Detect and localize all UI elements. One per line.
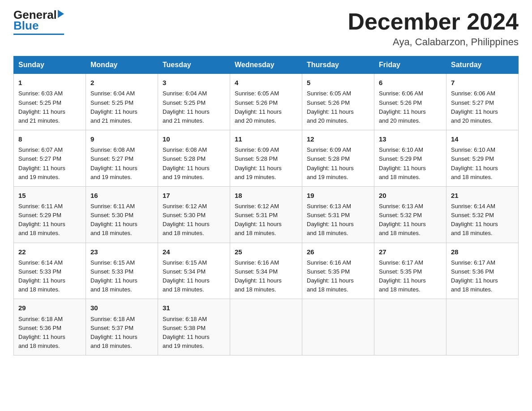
- day-info: Sunrise: 6:17 AMSunset: 5:36 PMDaylight:…: [451, 258, 514, 295]
- column-header-wednesday: Wednesday: [230, 56, 302, 74]
- day-info: Sunrise: 6:15 AMSunset: 5:33 PMDaylight:…: [90, 258, 153, 295]
- calendar-cell: [374, 299, 446, 355]
- calendar-cell: 28Sunrise: 6:17 AMSunset: 5:36 PMDayligh…: [446, 243, 519, 299]
- calendar-cell: 7Sunrise: 6:06 AMSunset: 5:27 PMDaylight…: [446, 74, 519, 130]
- day-info: Sunrise: 6:18 AMSunset: 5:37 PMDaylight:…: [90, 315, 153, 351]
- day-number: 22: [18, 247, 81, 257]
- day-info: Sunrise: 6:10 AMSunset: 5:29 PMDaylight:…: [379, 146, 442, 182]
- calendar-cell: 30Sunrise: 6:18 AMSunset: 5:37 PMDayligh…: [86, 299, 158, 355]
- calendar-cell: 31Sunrise: 6:18 AMSunset: 5:38 PMDayligh…: [158, 299, 230, 355]
- calendar-week-row: 22Sunrise: 6:14 AMSunset: 5:33 PMDayligh…: [14, 243, 519, 299]
- calendar-cell: 4Sunrise: 6:05 AMSunset: 5:26 PMDaylight…: [230, 74, 302, 130]
- day-info: Sunrise: 6:17 AMSunset: 5:35 PMDaylight:…: [379, 258, 442, 295]
- logo-blue: Blue: [13, 19, 39, 33]
- day-info: Sunrise: 6:07 AMSunset: 5:27 PMDaylight:…: [18, 146, 81, 182]
- column-header-tuesday: Tuesday: [158, 56, 230, 74]
- day-number: 15: [18, 190, 81, 201]
- day-number: 1: [18, 77, 81, 88]
- day-number: 23: [90, 247, 153, 257]
- day-number: 25: [235, 247, 297, 257]
- day-info: Sunrise: 6:13 AMSunset: 5:31 PMDaylight:…: [307, 202, 369, 238]
- calendar-cell: 23Sunrise: 6:15 AMSunset: 5:33 PMDayligh…: [86, 243, 158, 299]
- day-info: Sunrise: 6:06 AMSunset: 5:26 PMDaylight:…: [379, 89, 442, 125]
- day-info: Sunrise: 6:16 AMSunset: 5:35 PMDaylight:…: [307, 258, 369, 295]
- day-number: 31: [163, 303, 225, 313]
- day-info: Sunrise: 6:08 AMSunset: 5:28 PMDaylight:…: [163, 146, 225, 182]
- day-info: Sunrise: 6:18 AMSunset: 5:36 PMDaylight:…: [18, 315, 81, 351]
- day-number: 4: [235, 77, 297, 88]
- column-header-friday: Friday: [374, 56, 446, 74]
- title-area: December 2024 Aya, Calabarzon, Philippin…: [348, 9, 519, 48]
- calendar-cell: 25Sunrise: 6:16 AMSunset: 5:34 PMDayligh…: [230, 243, 302, 299]
- logo-triangle-icon: [58, 10, 64, 18]
- logo-underline: [13, 34, 64, 35]
- day-number: 21: [451, 190, 514, 201]
- calendar-cell: 9Sunrise: 6:08 AMSunset: 5:27 PMDaylight…: [86, 130, 158, 187]
- calendar-body: 1Sunrise: 6:03 AMSunset: 5:25 PMDaylight…: [14, 74, 519, 355]
- calendar-cell: 21Sunrise: 6:14 AMSunset: 5:32 PMDayligh…: [446, 186, 519, 243]
- day-number: 20: [379, 190, 442, 201]
- calendar-cell: 22Sunrise: 6:14 AMSunset: 5:33 PMDayligh…: [14, 243, 86, 299]
- day-number: 13: [379, 134, 442, 144]
- day-number: 3: [163, 77, 225, 88]
- calendar-cell: 29Sunrise: 6:18 AMSunset: 5:36 PMDayligh…: [14, 299, 86, 355]
- calendar-cell: 18Sunrise: 6:12 AMSunset: 5:31 PMDayligh…: [230, 186, 302, 243]
- calendar-week-row: 15Sunrise: 6:11 AMSunset: 5:29 PMDayligh…: [14, 186, 519, 243]
- calendar-cell: [446, 299, 519, 355]
- day-number: 6: [379, 77, 442, 88]
- day-info: Sunrise: 6:15 AMSunset: 5:34 PMDaylight:…: [163, 258, 225, 295]
- day-number: 2: [90, 77, 153, 88]
- calendar-cell: 5Sunrise: 6:05 AMSunset: 5:26 PMDaylight…: [302, 74, 374, 130]
- day-number: 30: [90, 303, 153, 313]
- day-info: Sunrise: 6:05 AMSunset: 5:26 PMDaylight:…: [307, 89, 369, 125]
- day-info: Sunrise: 6:09 AMSunset: 5:28 PMDaylight:…: [235, 146, 297, 182]
- day-info: Sunrise: 6:14 AMSunset: 5:32 PMDaylight:…: [451, 202, 514, 238]
- calendar-week-row: 1Sunrise: 6:03 AMSunset: 5:25 PMDaylight…: [14, 74, 519, 130]
- day-info: Sunrise: 6:14 AMSunset: 5:33 PMDaylight:…: [18, 258, 81, 295]
- calendar-cell: 27Sunrise: 6:17 AMSunset: 5:35 PMDayligh…: [374, 243, 446, 299]
- calendar-cell: 12Sunrise: 6:09 AMSunset: 5:28 PMDayligh…: [302, 130, 374, 187]
- day-number: 17: [163, 190, 225, 201]
- day-number: 9: [90, 134, 153, 144]
- calendar-cell: 3Sunrise: 6:04 AMSunset: 5:25 PMDaylight…: [158, 74, 230, 130]
- column-header-saturday: Saturday: [446, 56, 519, 74]
- day-number: 7: [451, 77, 514, 88]
- day-number: 16: [90, 190, 153, 201]
- calendar-cell: 15Sunrise: 6:11 AMSunset: 5:29 PMDayligh…: [14, 186, 86, 243]
- calendar-cell: 24Sunrise: 6:15 AMSunset: 5:34 PMDayligh…: [158, 243, 230, 299]
- day-info: Sunrise: 6:12 AMSunset: 5:31 PMDaylight:…: [235, 202, 297, 238]
- day-info: Sunrise: 6:04 AMSunset: 5:25 PMDaylight:…: [163, 89, 225, 125]
- column-header-monday: Monday: [86, 56, 158, 74]
- day-number: 19: [307, 190, 369, 201]
- day-info: Sunrise: 6:16 AMSunset: 5:34 PMDaylight:…: [235, 258, 297, 295]
- month-title: December 2024: [348, 9, 519, 34]
- calendar-cell: 20Sunrise: 6:13 AMSunset: 5:32 PMDayligh…: [374, 186, 446, 243]
- calendar-header-row: SundayMondayTuesdayWednesdayThursdayFrid…: [14, 56, 519, 74]
- calendar-week-row: 8Sunrise: 6:07 AMSunset: 5:27 PMDaylight…: [14, 130, 519, 187]
- calendar-week-row: 29Sunrise: 6:18 AMSunset: 5:36 PMDayligh…: [14, 299, 519, 355]
- day-info: Sunrise: 6:04 AMSunset: 5:25 PMDaylight:…: [90, 89, 153, 125]
- location-title: Aya, Calabarzon, Philippines: [348, 36, 519, 48]
- calendar-cell: 1Sunrise: 6:03 AMSunset: 5:25 PMDaylight…: [14, 74, 86, 130]
- calendar-cell: 6Sunrise: 6:06 AMSunset: 5:26 PMDaylight…: [374, 74, 446, 130]
- column-header-thursday: Thursday: [302, 56, 374, 74]
- day-number: 27: [379, 247, 442, 257]
- day-number: 14: [451, 134, 514, 144]
- day-info: Sunrise: 6:11 AMSunset: 5:29 PMDaylight:…: [18, 202, 81, 238]
- calendar-cell: 2Sunrise: 6:04 AMSunset: 5:25 PMDaylight…: [86, 74, 158, 130]
- calendar-cell: 14Sunrise: 6:10 AMSunset: 5:29 PMDayligh…: [446, 130, 519, 187]
- calendar-cell: [302, 299, 374, 355]
- day-info: Sunrise: 6:08 AMSunset: 5:27 PMDaylight:…: [90, 146, 153, 182]
- page-header: General Blue December 2024 Aya, Calabarz…: [13, 9, 519, 48]
- day-number: 24: [163, 247, 225, 257]
- column-header-sunday: Sunday: [14, 56, 86, 74]
- logo: General Blue: [13, 9, 64, 35]
- calendar-cell: 13Sunrise: 6:10 AMSunset: 5:29 PMDayligh…: [374, 130, 446, 187]
- day-info: Sunrise: 6:03 AMSunset: 5:25 PMDaylight:…: [18, 89, 81, 125]
- calendar-cell: 10Sunrise: 6:08 AMSunset: 5:28 PMDayligh…: [158, 130, 230, 187]
- day-number: 18: [235, 190, 297, 201]
- day-number: 12: [307, 134, 369, 144]
- day-info: Sunrise: 6:12 AMSunset: 5:30 PMDaylight:…: [163, 202, 225, 238]
- calendar-cell: 11Sunrise: 6:09 AMSunset: 5:28 PMDayligh…: [230, 130, 302, 187]
- day-info: Sunrise: 6:13 AMSunset: 5:32 PMDaylight:…: [379, 202, 442, 238]
